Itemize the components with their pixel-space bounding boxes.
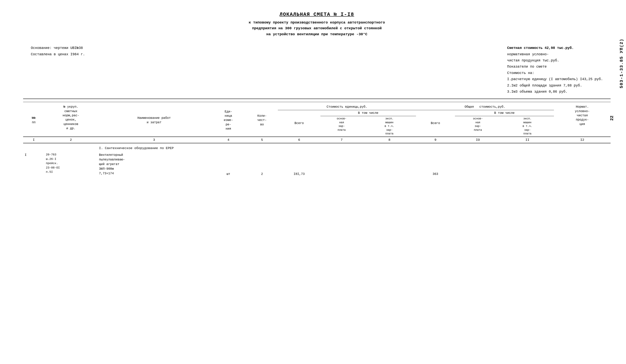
col-num-8: 8 [363, 137, 416, 143]
info-left-line1: Основание: чертежи UBI№38 [31, 45, 85, 51]
divider-top [23, 99, 611, 99]
info-right-line8: 3.Iм3 объема здания 0,86 руб. [507, 89, 603, 95]
info-right-line3: чистая продукция тыс.руб. [507, 57, 603, 64]
col-num-11: II [501, 137, 554, 143]
vertical-num: 22 [610, 115, 614, 121]
th-col4: Еди-ницаизме-ре-ния [211, 104, 246, 137]
group-header-ref [44, 143, 97, 151]
row1-qty: 2 [246, 151, 278, 177]
row1-wage-all [455, 151, 501, 177]
table-body: I. Сантехническое оборудование по ЕРЕР I… [23, 143, 611, 177]
row1-total-all: 363 [416, 151, 455, 177]
th-col1: №№пп [23, 104, 44, 137]
col-num-9: 9 [416, 137, 455, 143]
col-num-7: 7 [320, 137, 363, 143]
col-num-4: 4 [211, 137, 246, 143]
row1-total-unit: I8I,73 [278, 151, 320, 177]
info-right-line5: Стоимость на: [507, 70, 603, 76]
col-num-5: 5 [246, 137, 278, 143]
col-num-2: 2 [44, 137, 97, 143]
header-section: ЛОКАЛЬНАЯ СМЕТА № I-I8 к типовому проект… [23, 12, 611, 37]
col-num-10: IO [455, 137, 501, 143]
header-row-1: №№пп № укруп.сметныхнорм,рас-ценок,ценни… [23, 104, 611, 110]
col-num-3: 3 [97, 137, 211, 143]
th-col5: Коли-чест-во [246, 104, 278, 137]
table-header: №№пп № укруп.сметныхнорм,рас-ценок,ценни… [23, 104, 611, 143]
group-header-num [23, 143, 44, 151]
th-col2: № укруп.сметныхнорм,рас-ценок,ценникови … [44, 104, 97, 137]
th-col6: Всего [278, 110, 320, 137]
divider-thin [23, 102, 611, 102]
info-right: Сметная стоимость 42,98 тыс.руб. нормати… [507, 45, 603, 95]
info-left-line2: Составлена в ценах I984 г. [31, 51, 85, 57]
main-title: ЛОКАЛЬНАЯ СМЕТА № I-I8 [23, 12, 611, 17]
th-col10: основ-наязар-плата [455, 116, 501, 137]
th-col9: Всего [416, 110, 455, 137]
th-col3: Наименование работи затрат [97, 104, 211, 137]
group-header-1: I. Сантехническое оборудование по ЕРЕР [23, 143, 611, 151]
info-right-line4: Показатели по смете [507, 64, 603, 70]
table-row: I 20-763ш.26-Iпрейск.23-08-OIп.5I Вентил… [23, 151, 611, 177]
row1-machine-all [501, 151, 554, 177]
th-col8: эксп.машинв т.ч.зар-плата [363, 116, 416, 137]
main-table: №№пп № укруп.сметныхнорм,рас-ценок,ценни… [23, 104, 611, 177]
info-left: Основание: чертежи UBI№38 Составлена в ц… [31, 45, 85, 95]
th-cost-unit-group: Стоимость единицы,руб. [278, 104, 416, 110]
row1-ref: 20-763ш.26-Iпрейск.23-08-OIп.5I [44, 151, 97, 177]
info-section: Основание: чертежи UBI№38 Составлена в ц… [23, 45, 611, 95]
row1-unit: шт [211, 151, 246, 177]
subtitle-line1: к типовому проекту производственного кор… [23, 20, 611, 25]
row1-name: Вентиляторныйпылеулавливаю-щий агрегатЗИ… [97, 151, 211, 177]
page: 503-1-33.85 УП(2) 22 ЛОКАЛЬНАЯ СМЕТА № I… [0, 0, 626, 364]
col-numbers-row: I 2 3 4 5 6 7 8 9 IO II I2 [23, 137, 611, 143]
info-right-line7: 2.Iм2 общей площади здания 7,88 руб. [507, 82, 603, 89]
info-right-line2: нормативная условно- [507, 51, 603, 57]
th-col11: эксп.машинв т.ч.зар-плата [501, 116, 554, 137]
vertical-label: 503-1-33.85 УП(2) [619, 38, 624, 88]
subtitle-line2: предприятия на 300 грузовых автомобилей … [23, 25, 611, 31]
th-col7-8-group: В том числе [320, 110, 416, 116]
info-right-line1: Сметная стоимость 42,98 тыс.руб. [507, 45, 603, 51]
row1-machine-unit [363, 151, 416, 177]
row1-num: I [23, 151, 44, 177]
row1-wage-unit [320, 151, 363, 177]
group-header-title: I. Сантехническое оборудование по ЕРЕР [97, 143, 611, 151]
col-num-12: I2 [554, 137, 611, 143]
th-cost-total-group: Общая стоимость,руб. [416, 104, 554, 110]
th-col12: Нормат.условно-чистаяпродук-ция [554, 104, 611, 137]
subtitle: к типовому проекту производственного кор… [23, 20, 611, 37]
th-col10-11-group: В том числе [455, 110, 554, 116]
col-num-1: I [23, 137, 44, 143]
col-num-6: 6 [278, 137, 320, 143]
info-right-line6: I.расчетную единицу (I автомобиль) I43,2… [507, 76, 603, 82]
th-col7: основ-наязар-плата [320, 116, 363, 137]
subtitle-line3: на устройство вентиляции при температуре… [23, 31, 611, 37]
row1-norm [554, 151, 611, 177]
